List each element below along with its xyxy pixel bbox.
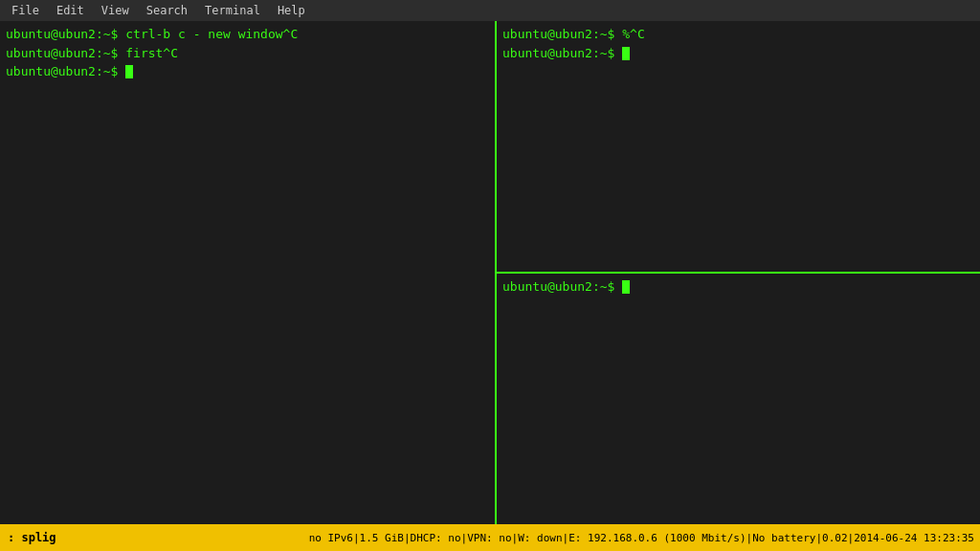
right-top-line-2: ubuntu@ubun2:~$ <box>502 44 974 63</box>
left-line-1: ubuntu@ubun2:~$ ctrl-b c - new window^C <box>6 25 489 44</box>
terminal-area: ubuntu@ubun2:~$ ctrl-b c - new window^C … <box>0 21 980 524</box>
menu-help[interactable]: Help <box>270 2 313 19</box>
menubar: File Edit View Search Terminal Help <box>0 0 980 21</box>
status-right: no IPv6|1.5 GiB|DHCP: no|VPN: no|W: down… <box>77 524 980 551</box>
right-bottom-line-1: ubuntu@ubun2:~$ <box>502 277 974 297</box>
cursor-right-top <box>622 47 630 60</box>
status-left: : splig <box>0 524 77 551</box>
statusbar: : splig no IPv6|1.5 GiB|DHCP: no|VPN: no… <box>0 524 980 551</box>
right-bottom-pane[interactable]: ubuntu@ubun2:~$ <box>497 274 980 524</box>
right-top-line-1: ubuntu@ubun2:~$ %^C <box>502 25 974 44</box>
cursor-left <box>125 65 133 78</box>
left-pane[interactable]: ubuntu@ubun2:~$ ctrl-b c - new window^C … <box>0 21 497 524</box>
left-line-2: ubuntu@ubun2:~$ first^C <box>6 44 489 63</box>
menu-view[interactable]: View <box>94 2 137 19</box>
menu-search[interactable]: Search <box>139 2 195 19</box>
right-pane: ubuntu@ubun2:~$ %^C ubuntu@ubun2:~$ ubun… <box>497 21 980 524</box>
right-top-pane[interactable]: ubuntu@ubun2:~$ %^C ubuntu@ubun2:~$ <box>497 21 980 274</box>
left-line-3: ubuntu@ubun2:~$ <box>6 62 489 81</box>
cursor-right-bottom <box>622 280 630 294</box>
menu-terminal[interactable]: Terminal <box>197 2 268 19</box>
menu-file[interactable]: File <box>4 2 47 19</box>
menu-edit[interactable]: Edit <box>49 2 92 19</box>
